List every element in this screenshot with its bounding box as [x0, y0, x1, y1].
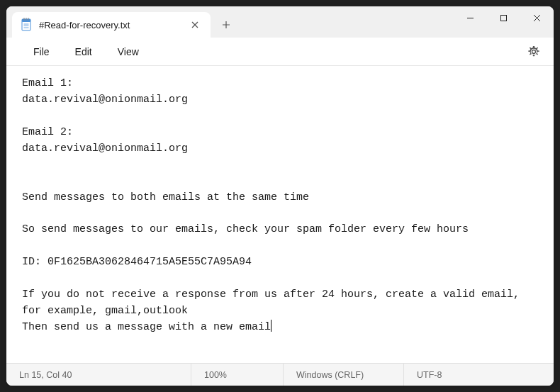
status-position: Ln 15, Col 40 — [6, 364, 191, 386]
notepad-icon — [21, 18, 32, 32]
maximize-button[interactable] — [487, 6, 520, 29]
menubar: File Edit View — [6, 38, 554, 66]
text-cursor — [271, 320, 271, 332]
minimize-button[interactable] — [454, 6, 487, 29]
status-encoding: UTF-8 — [403, 364, 554, 386]
svg-rect-4 — [28, 18, 29, 21]
document-text[interactable]: Email 1: data.revival@onionmail.org Emai… — [22, 76, 538, 336]
menu-file[interactable]: File — [21, 42, 62, 62]
notepad-window: #Read-for-recovery.txt — [6, 6, 554, 386]
titlebar: #Read-for-recovery.txt — [6, 6, 554, 38]
svg-rect-3 — [26, 18, 27, 21]
tab-close-button[interactable] — [189, 19, 201, 30]
settings-button[interactable] — [521, 40, 547, 63]
tabs-area: #Read-for-recovery.txt — [6, 12, 454, 38]
status-zoom[interactable]: 100% — [191, 364, 283, 386]
window-controls — [454, 6, 554, 38]
tab-active[interactable]: #Read-for-recovery.txt — [12, 12, 211, 38]
menu-view[interactable]: View — [105, 42, 152, 62]
new-tab-button[interactable] — [213, 12, 239, 38]
svg-rect-2 — [24, 18, 25, 21]
gear-icon — [527, 45, 540, 58]
statusbar: Ln 15, Col 40 100% Windows (CRLF) UTF-8 — [6, 363, 554, 386]
svg-rect-13 — [501, 15, 507, 21]
menu-edit[interactable]: Edit — [62, 42, 105, 62]
editor-content[interactable]: Email 1: data.revival@onionmail.org Emai… — [6, 66, 554, 363]
tab-title: #Read-for-recovery.txt — [39, 20, 182, 30]
close-button[interactable] — [520, 6, 554, 29]
status-line-ending: Windows (CRLF) — [283, 364, 403, 386]
